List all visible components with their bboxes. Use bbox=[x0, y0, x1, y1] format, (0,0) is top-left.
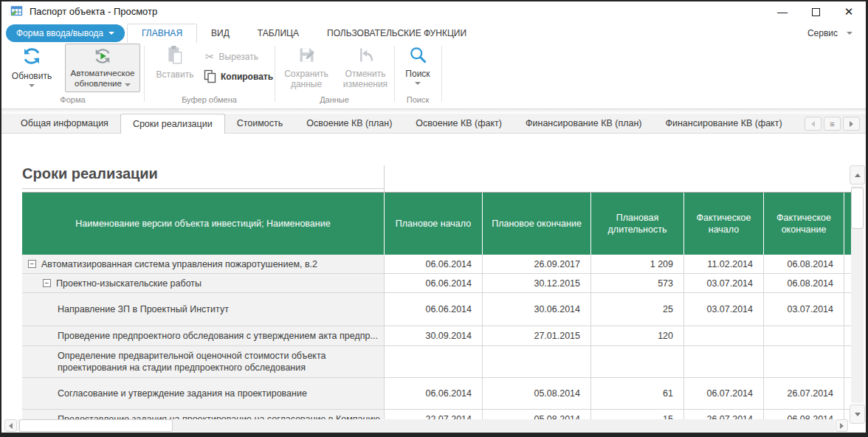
horizontal-scroll-track[interactable] bbox=[18, 419, 835, 432]
column-header[interactable]: Фактическое окончание bbox=[763, 193, 844, 255]
grid-cell[interactable]: 06.07.2014 bbox=[683, 378, 763, 410]
page-tab[interactable]: Общая информация bbox=[9, 114, 120, 134]
ribbon-tab[interactable]: ТАБЛИЦА bbox=[244, 24, 313, 43]
page-tab[interactable]: Стоимость bbox=[225, 114, 295, 134]
column-header[interactable]: Наименование версии объекта инвестиций; … bbox=[22, 193, 384, 255]
grid-cell[interactable]: 30.06.2014 bbox=[482, 293, 590, 326]
collapse-toggle-icon[interactable]: − bbox=[28, 260, 36, 268]
vertical-scroll-track[interactable] bbox=[851, 186, 864, 403]
grid-cell[interactable] bbox=[683, 326, 763, 346]
page-tab[interactable]: Освоение КВ (факт) bbox=[404, 114, 514, 134]
horizontal-scroll-thumb[interactable] bbox=[19, 419, 173, 432]
form-io-menu-button[interactable]: Форма ввода/вывода bbox=[6, 24, 125, 42]
grid-cell[interactable]: 06.06.2014 bbox=[384, 255, 482, 274]
task-name-cell[interactable]: −Автоматизированная система управления п… bbox=[22, 255, 384, 274]
refresh-button[interactable]: Обновить bbox=[7, 45, 56, 87]
table-row[interactable]: −Автоматизированная система управления п… bbox=[22, 255, 852, 274]
grid-cell[interactable]: 30.09.2014 bbox=[384, 326, 482, 346]
copy-button[interactable]: Копировать bbox=[204, 69, 273, 83]
page-tab[interactable]: Сроки реализации bbox=[120, 114, 225, 134]
grid-cell[interactable]: 30.12.2015 bbox=[482, 274, 590, 293]
grid-cell[interactable]: 03.07.2014 bbox=[763, 293, 844, 326]
task-name-cell[interactable]: Направление ЗП в Проектный Институт bbox=[22, 293, 384, 326]
page-tab[interactable]: Ввод ОС bbox=[794, 114, 805, 134]
search-button[interactable]: Поиск bbox=[396, 45, 440, 85]
grid-cell[interactable]: 573 bbox=[590, 274, 683, 293]
scroll-down-button[interactable] bbox=[850, 405, 865, 424]
service-menu[interactable]: Сервис bbox=[807, 28, 838, 38]
page-tab[interactable]: Финансирование КВ (факт) bbox=[653, 114, 793, 134]
grid-cell[interactable]: 11.02.2014 bbox=[683, 255, 763, 274]
maximize-button[interactable] bbox=[803, 2, 828, 21]
column-header[interactable]: Фактическое начало bbox=[683, 193, 763, 255]
horizontal-scrollbar[interactable] bbox=[4, 419, 848, 433]
ribbon-tab[interactable]: ПОЛЬЗОВАТЕЛЬСКИЕ ФУНКЦИИ bbox=[313, 24, 480, 43]
table-row[interactable]: Проведение предпроектного обследования с… bbox=[22, 326, 852, 346]
grid-cell[interactable] bbox=[384, 346, 482, 378]
page-tab[interactable]: Финансирование КВ (план) bbox=[514, 114, 653, 134]
task-name-cell[interactable]: −Проектно-изыскательские работы bbox=[22, 274, 384, 293]
grid-cell[interactable]: 06.06.2014 bbox=[384, 274, 482, 293]
collapse-toggle-icon[interactable]: − bbox=[43, 279, 51, 287]
grid-cell[interactable]: 03.07.2014 bbox=[683, 293, 763, 326]
column-header[interactable]: Плановое начало bbox=[384, 193, 482, 255]
grid-cell[interactable]: 06.08.2014 bbox=[763, 274, 844, 293]
grid-cell[interactable]: 05.08.2014 bbox=[482, 378, 590, 410]
tab-scroll-right-button[interactable] bbox=[843, 117, 860, 131]
tab-list-button[interactable]: ≡ bbox=[824, 117, 841, 131]
grid-cell[interactable] bbox=[590, 346, 683, 378]
grid-cell[interactable] bbox=[482, 346, 590, 378]
form-io-menu-label: Форма ввода/вывода bbox=[16, 28, 103, 38]
grid-cell[interactable]: 61 bbox=[590, 378, 683, 410]
ribbon-tab[interactable]: ГЛАВНАЯ bbox=[127, 24, 197, 43]
save-data-button[interactable]: Сохранить данные bbox=[278, 45, 335, 89]
table-row[interactable]: Согласование и утверждение задания на пр… bbox=[22, 378, 852, 410]
scroll-up-button[interactable] bbox=[850, 165, 865, 185]
grid-cell[interactable]: 06.08.2014 bbox=[763, 255, 844, 274]
grid-cell[interactable] bbox=[763, 346, 844, 378]
vertical-scrollbar[interactable] bbox=[850, 165, 865, 424]
cut-button[interactable]: ✂ Вырезать bbox=[205, 50, 258, 63]
grid-cell[interactable]: 120 bbox=[590, 326, 683, 346]
page-tab-strip: Общая информацияСроки реализацииСтоимост… bbox=[9, 114, 805, 134]
copy-label: Копировать bbox=[221, 72, 273, 82]
chevron-down-icon bbox=[108, 32, 114, 35]
table-row[interactable]: −Проектно-изыскательские работы06.06.201… bbox=[22, 274, 852, 293]
grid-cell[interactable]: 06.06.2014 bbox=[384, 378, 482, 410]
paste-button[interactable]: Вставить bbox=[151, 45, 199, 80]
service-chevron-down-icon[interactable] bbox=[847, 32, 852, 35]
grid-cell[interactable]: 26.09.2017 bbox=[482, 255, 590, 274]
ribbon-bottom-edge bbox=[1, 109, 866, 114]
grid-cell[interactable]: 25 bbox=[590, 293, 683, 326]
vertical-scroll-thumb[interactable] bbox=[851, 187, 864, 229]
task-name-cell[interactable]: Согласование и утверждение задания на пр… bbox=[22, 378, 384, 410]
column-header[interactable]: Плановая длительность bbox=[590, 193, 683, 255]
scroll-left-button[interactable] bbox=[4, 419, 17, 432]
undo-changes-button[interactable]: Отменить изменения bbox=[335, 45, 396, 89]
task-name: Определение предварительной оценочной ст… bbox=[58, 350, 378, 374]
grid-cell[interactable] bbox=[763, 326, 844, 346]
arrow-up-icon bbox=[855, 173, 861, 177]
title-underline bbox=[22, 188, 384, 189]
auto-refresh-icon bbox=[92, 46, 113, 66]
scroll-right-button[interactable] bbox=[836, 419, 848, 432]
auto-refresh-button[interactable]: Автоматическое обновление bbox=[65, 44, 140, 92]
task-name-cell[interactable]: Проведение предпроектного обследования с… bbox=[22, 326, 384, 346]
table-row[interactable]: Определение предварительной оценочной ст… bbox=[22, 346, 852, 378]
table-row[interactable]: Направление ЗП в Проектный Институт06.06… bbox=[22, 293, 852, 326]
grid-cell[interactable]: 1 209 bbox=[590, 255, 683, 274]
page-tab[interactable]: Освоение КВ (план) bbox=[294, 114, 404, 134]
column-header[interactable]: Плановое окончание bbox=[482, 193, 590, 255]
paste-label: Вставить bbox=[156, 69, 194, 80]
refresh-chevron-down-icon bbox=[29, 84, 35, 87]
close-button[interactable]: ✕ bbox=[836, 2, 861, 21]
grid-cell[interactable]: 06.06.2014 bbox=[384, 293, 482, 326]
grid-cell[interactable] bbox=[683, 346, 763, 378]
tab-scroll-left-button[interactable] bbox=[805, 117, 822, 131]
grid-cell[interactable]: 03.07.2014 bbox=[683, 274, 763, 293]
task-name-cell[interactable]: Определение предварительной оценочной ст… bbox=[22, 346, 384, 378]
grid-cell[interactable]: 26.07.2014 bbox=[763, 378, 844, 410]
ribbon-tab[interactable]: ВИД bbox=[197, 24, 244, 43]
minimize-button[interactable]: — bbox=[770, 2, 795, 21]
grid-cell[interactable]: 27.01.2015 bbox=[482, 326, 590, 346]
